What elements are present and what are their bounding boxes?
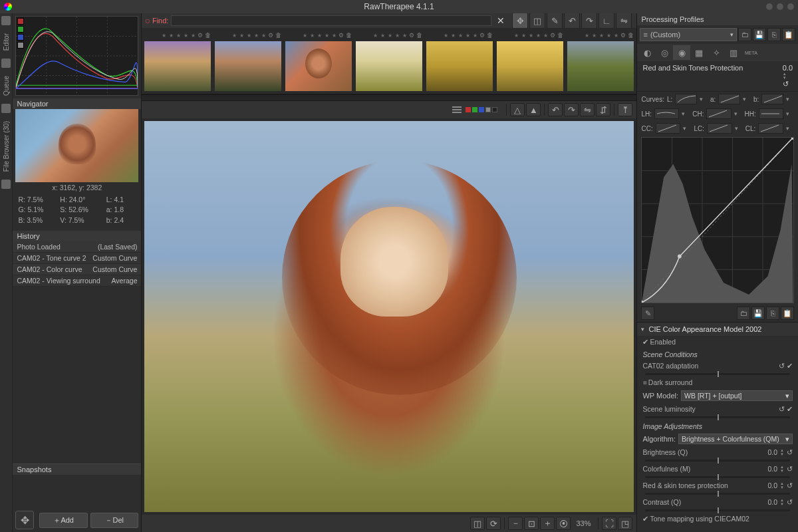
- curve-CL[interactable]: [758, 123, 783, 134]
- detail-tab-icon[interactable]: ◎: [656, 45, 673, 60]
- curve-load-icon[interactable]: 🗀: [737, 307, 750, 320]
- thumb-item[interactable]: ★★★★★⚙🗑: [567, 31, 634, 91]
- preview-blue-toggle[interactable]: [479, 107, 484, 112]
- thumb-item[interactable]: ★★★★★⚙🗑: [215, 31, 281, 91]
- clip-shadow-icon[interactable]: △: [510, 103, 525, 116]
- zoom-in-icon[interactable]: ＋: [540, 517, 555, 530]
- profile-save-icon[interactable]: 💾: [753, 28, 766, 41]
- queue-tab-icon[interactable]: [1, 59, 11, 68]
- sync-icon[interactable]: ⟳: [486, 517, 501, 530]
- darksurround-checkbox[interactable]: ■: [642, 378, 646, 386]
- scenelum-slider[interactable]: [645, 416, 790, 418]
- zoom-100-icon[interactable]: ⦿: [556, 517, 571, 530]
- trash-icon[interactable]: 🗑: [486, 32, 493, 39]
- thumb-item[interactable]: ★★★★★⚙🗑: [285, 31, 352, 91]
- queue-tab[interactable]: Queue: [3, 76, 10, 96]
- fullscreen-icon[interactable]: ⛶: [602, 517, 616, 530]
- gear-icon[interactable]: ⚙: [408, 32, 415, 39]
- profile-copy-icon[interactable]: ⎘: [767, 28, 781, 41]
- thumb-item[interactable]: ★★★★★⚙🗑: [144, 31, 211, 91]
- detail-window-icon[interactable]: ◫: [470, 517, 485, 530]
- crop-tool-button[interactable]: ◫: [529, 13, 545, 29]
- transform-tab-icon[interactable]: ✧: [708, 45, 725, 60]
- clip-highlight-icon[interactable]: ▲: [526, 103, 541, 116]
- history-item[interactable]: CAM02 - Tone curve 2Custom Curve: [13, 253, 141, 264]
- maximize-button[interactable]: [777, 3, 783, 10]
- gear-icon[interactable]: ⚙: [549, 32, 556, 39]
- tonemap-checkbox[interactable]: ✔: [642, 515, 648, 523]
- trash-icon[interactable]: 🗑: [345, 32, 352, 39]
- find-close-icon[interactable]: ✕: [494, 15, 507, 26]
- zoom-fit-icon[interactable]: ⊡: [524, 517, 539, 530]
- trash-icon[interactable]: 🗑: [557, 32, 563, 39]
- history-item[interactable]: Photo Loaded(Last Saved): [13, 241, 141, 253]
- preview-focus-toggle[interactable]: [492, 107, 497, 112]
- gear-icon[interactable]: ⚙: [197, 32, 203, 39]
- trash-icon[interactable]: 🗑: [627, 32, 634, 39]
- color-tab-icon[interactable]: ◉: [673, 45, 690, 60]
- contrast-slider[interactable]: [645, 509, 790, 511]
- minimize-button[interactable]: [766, 3, 773, 10]
- preview-red-toggle[interactable]: [466, 107, 471, 112]
- enabled-checkbox[interactable]: ✔: [642, 338, 648, 346]
- before-after-icon[interactable]: [452, 106, 462, 113]
- mirror-v-icon[interactable]: ⇵: [596, 103, 610, 116]
- preview-area[interactable]: [142, 118, 636, 515]
- add-snapshot-button[interactable]: ＋Add: [39, 513, 88, 528]
- histo-green-toggle[interactable]: [17, 26, 24, 33]
- filebrowser-tab-icon[interactable]: [1, 104, 11, 113]
- redskin-value[interactable]: 0.0: [783, 64, 793, 72]
- gear-icon[interactable]: ⚙: [338, 32, 344, 39]
- meta-tab-icon[interactable]: META: [742, 45, 759, 60]
- curve-HH[interactable]: [759, 108, 783, 119]
- exposure-tab-icon[interactable]: ◐: [638, 45, 656, 60]
- curve-LH[interactable]: [654, 108, 679, 119]
- curve-L[interactable]: [675, 94, 697, 104]
- close-button[interactable]: [787, 3, 794, 10]
- profile-paste-icon[interactable]: 📋: [782, 28, 795, 41]
- navigator-thumb[interactable]: [15, 109, 138, 182]
- rotate-right-button[interactable]: ↷: [581, 13, 597, 29]
- thumb-item[interactable]: ★★★★★⚙🗑: [356, 31, 422, 91]
- mirror-h-icon[interactable]: ⇋: [580, 103, 595, 116]
- histo-blue-toggle[interactable]: [17, 34, 24, 41]
- send-to-queue-icon[interactable]: ⤒: [618, 103, 632, 116]
- pan-pad[interactable]: [15, 511, 34, 529]
- curve-a[interactable]: [718, 94, 740, 104]
- rotate-left-button[interactable]: ↶: [564, 13, 580, 29]
- preview-green-toggle[interactable]: [472, 107, 477, 112]
- ciecam-header[interactable]: CIE Color Appearance Model 2002: [637, 323, 798, 336]
- cat02-slider[interactable]: [645, 373, 790, 375]
- gear-icon[interactable]: ⚙: [620, 32, 626, 39]
- histo-luma-toggle[interactable]: [17, 42, 24, 49]
- wpmodel-select[interactable]: WB [RT] + [output]▾: [681, 390, 793, 401]
- zoom-out-icon[interactable]: －: [508, 517, 523, 530]
- gear-icon[interactable]: ⚙: [479, 32, 485, 39]
- history-item[interactable]: CAM02 - Color curveCustom Curve: [13, 264, 141, 275]
- curve-b[interactable]: [761, 94, 783, 104]
- raw-tab-icon[interactable]: ▥: [725, 45, 742, 60]
- curve-editor[interactable]: [641, 137, 794, 303]
- settings-icon[interactable]: [1, 180, 11, 189]
- filebrowser-tab[interactable]: File Browser (30): [3, 121, 10, 172]
- colorful-slider[interactable]: [645, 476, 790, 478]
- thumb-item[interactable]: ★★★★★⚙🗑: [426, 31, 493, 91]
- find-input[interactable]: [171, 15, 491, 26]
- profile-select[interactable]: (Custom)▾: [640, 28, 737, 41]
- preview-luma-toggle[interactable]: [485, 107, 491, 112]
- curve-LC[interactable]: [707, 123, 732, 134]
- curve-CC[interactable]: [656, 123, 681, 134]
- curve-paste-icon[interactable]: 📋: [781, 307, 794, 320]
- thumb-item[interactable]: ★★★★★⚙🗑: [497, 31, 563, 91]
- curve-picker-icon[interactable]: ✎: [641, 307, 654, 320]
- redskin2-slider[interactable]: [645, 493, 790, 495]
- del-snapshot-button[interactable]: －Del: [90, 513, 139, 528]
- trash-icon[interactable]: 🗑: [416, 32, 422, 39]
- trash-icon[interactable]: 🗑: [275, 32, 281, 39]
- curve-save-icon[interactable]: 💾: [751, 307, 765, 320]
- editor-tab-icon[interactable]: [1, 16, 11, 25]
- hand-tool-button[interactable]: ✥: [512, 13, 528, 29]
- curve-CH[interactable]: [706, 108, 731, 119]
- trash-icon[interactable]: 🗑: [204, 32, 211, 39]
- brightness-slider[interactable]: [645, 460, 790, 462]
